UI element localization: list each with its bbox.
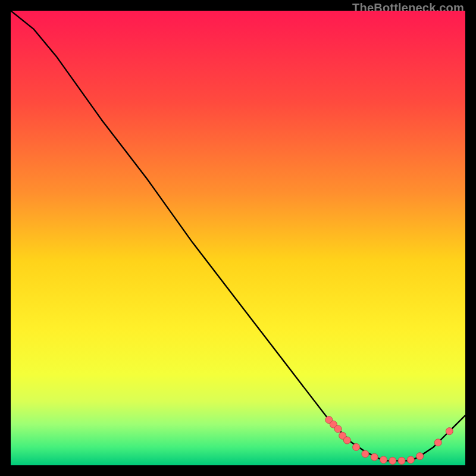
data-marker [334,425,342,433]
data-marker [389,457,396,464]
chart-root: TheBottleneck.com [0,0,476,476]
data-marker [362,450,369,458]
plot-area [11,11,465,465]
data-marker [380,456,387,464]
data-marker [353,443,360,450]
data-marker [407,456,414,464]
data-marker [343,437,350,444]
data-marker [416,453,424,460]
data-marker [446,428,453,435]
data-marker [371,453,378,461]
data-marker [434,439,441,446]
chart-curve [11,11,465,465]
data-marker [398,457,405,464]
bottleneck-line [11,11,465,461]
